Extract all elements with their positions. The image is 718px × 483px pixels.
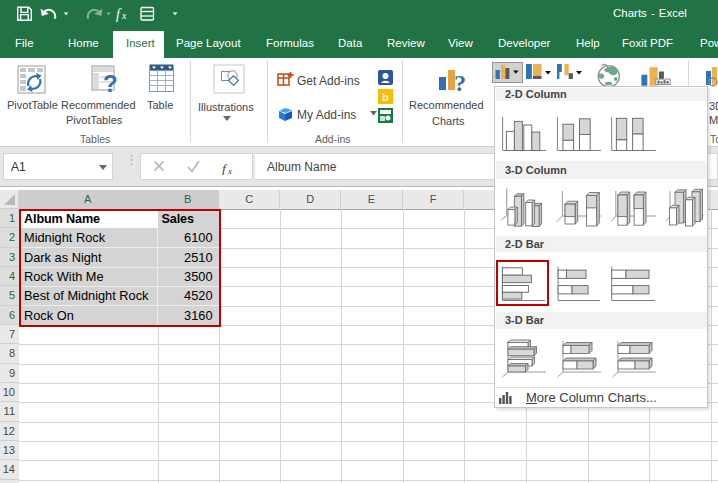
svg-text:x: x (121, 10, 127, 21)
svg-text:?: ? (103, 70, 118, 94)
svg-text:x: x (227, 166, 232, 175)
svg-text:b: b (382, 91, 389, 103)
svg-text:?: ? (454, 70, 466, 95)
